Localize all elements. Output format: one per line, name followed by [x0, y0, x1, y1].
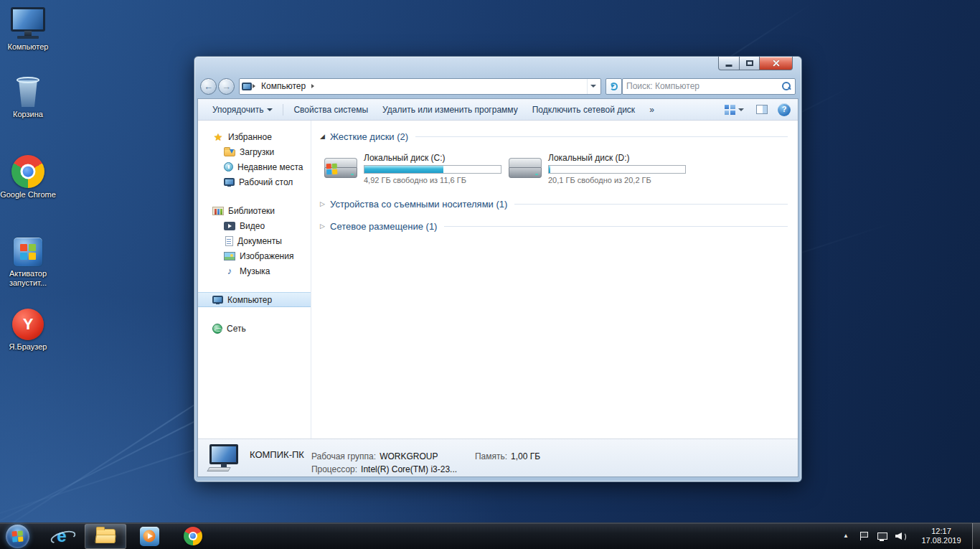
- volume-icon[interactable]: [895, 530, 908, 542]
- chrome-icon: [184, 527, 202, 545]
- address-dropdown-button[interactable]: [587, 79, 598, 94]
- expand-arrow-icon[interactable]: ▷: [320, 201, 330, 207]
- minimize-icon: [726, 65, 732, 67]
- chrome-icon: [0, 152, 56, 188]
- breadcrumb-item[interactable]: Компьютер: [256, 81, 311, 91]
- chevron-down-icon: [267, 108, 273, 111]
- group-label: Сетевое размещение (1): [330, 221, 437, 232]
- back-arrow-icon: ←: [204, 82, 213, 91]
- desktop-icon-label: Компьютер: [0, 42, 56, 52]
- memory-value: 1,00 ГБ: [511, 451, 540, 461]
- computer-icon: [0, 4, 56, 40]
- system-properties-button[interactable]: Свойства системы: [286, 102, 375, 118]
- sidebar-item-label: Сеть: [227, 324, 246, 334]
- sidebar-item-videos[interactable]: Видео: [198, 218, 311, 233]
- map-network-drive-button[interactable]: Подключить сетевой диск: [525, 102, 642, 118]
- taskbar-item-explorer[interactable]: [85, 524, 126, 549]
- sidebar-item-label: Недавние места: [237, 162, 303, 172]
- refresh-button[interactable]: [606, 78, 622, 95]
- chevron-down-icon: [590, 85, 596, 88]
- pictures-icon: [224, 252, 235, 261]
- forward-arrow-icon: →: [222, 82, 231, 91]
- expand-arrow-icon[interactable]: ▷: [320, 223, 330, 230]
- sidebar-item-network[interactable]: Сеть: [198, 321, 311, 336]
- organize-label: Упорядочить: [212, 105, 263, 115]
- sidebar-item-favorites[interactable]: ★ Избранное: [198, 129, 311, 144]
- close-button[interactable]: [760, 57, 793, 70]
- drive-item-c[interactable]: Локальный диск (C:) 4,92 ГБ свободно из …: [324, 153, 509, 184]
- sidebar-item-documents[interactable]: Документы: [198, 233, 311, 248]
- help-button[interactable]: ?: [778, 103, 791, 116]
- sidebar-item-computer[interactable]: Компьютер: [198, 292, 311, 307]
- taskbar-clock[interactable]: 12:17 17.08.2019: [915, 527, 968, 545]
- show-hidden-icons-button[interactable]: ▲: [837, 533, 854, 539]
- taskbar-item-media-player[interactable]: [128, 524, 170, 549]
- taskbar-item-chrome[interactable]: [172, 524, 214, 549]
- sidebar-item-pictures[interactable]: Изображения: [198, 248, 311, 263]
- memory-label: Память:: [475, 451, 507, 461]
- windows-flag-icon: [326, 164, 338, 175]
- action-center-flag-icon[interactable]: [857, 530, 870, 542]
- libraries-icon: [212, 207, 224, 215]
- desktop-icon-activator[interactable]: Активатор запустит...: [0, 231, 56, 288]
- workgroup-label: Рабочая группа:: [311, 451, 376, 461]
- minimize-button[interactable]: [718, 57, 740, 70]
- drive-item-d[interactable]: Локальный диск (D:) 20,1 ГБ свободно из …: [509, 153, 693, 184]
- desktop-icon: [224, 178, 235, 186]
- downloads-icon: [224, 149, 235, 156]
- drive-name: Локальный диск (C:): [364, 153, 501, 165]
- uninstall-program-label: Удалить или изменить программу: [382, 105, 518, 115]
- toolbar-overflow-button[interactable]: »: [642, 102, 661, 118]
- capacity-bar-fill: [549, 166, 550, 173]
- main-area: ★ Избранное Загрузки Недавние места Рабо…: [198, 121, 798, 438]
- sidebar-item-desktop[interactable]: Рабочий стол: [198, 174, 311, 189]
- drive-free-space: 4,92 ГБ свободно из 11,6 ГБ: [364, 176, 501, 184]
- organize-button[interactable]: Упорядочить: [205, 102, 280, 118]
- recycle-bin-icon: [0, 72, 56, 108]
- command-toolbar: Упорядочить Свойства системы Удалить или…: [198, 99, 798, 121]
- network-status-icon[interactable]: [876, 530, 889, 542]
- sidebar-item-music[interactable]: ♪ Музыка: [198, 263, 311, 278]
- collapse-arrow-icon[interactable]: ◢: [320, 133, 330, 140]
- sidebar-item-label: Музыка: [240, 266, 270, 276]
- processor-value: Intel(R) Core(TM) i3-23...: [361, 464, 457, 474]
- taskbar-item-internet-explorer[interactable]: e: [41, 524, 83, 549]
- views-button[interactable]: [721, 103, 748, 117]
- group-header-hard-disks[interactable]: ◢ Жесткие диски (2): [320, 129, 788, 144]
- preview-pane-icon: [756, 105, 768, 114]
- title-bar[interactable]: [197, 57, 798, 77]
- group-header-network-location[interactable]: ▷ Сетевое размещение (1): [320, 219, 788, 233]
- show-desktop-button[interactable]: [972, 523, 980, 549]
- search-icon[interactable]: [782, 82, 791, 91]
- sidebar-item-libraries[interactable]: Библиотеки: [198, 203, 311, 218]
- maximize-button[interactable]: [740, 57, 760, 70]
- desktop-icon-recycle-bin[interactable]: Корзина: [0, 72, 56, 119]
- group-header-removable-devices[interactable]: ▷ Устройства со съемными носителями (1): [320, 197, 788, 211]
- hard-drive-icon: [509, 158, 542, 179]
- uninstall-program-button[interactable]: Удалить или изменить программу: [375, 102, 525, 118]
- internet-explorer-icon: e: [52, 526, 72, 546]
- desktop-icon-computer[interactable]: Компьютер: [0, 4, 56, 52]
- group-label: Жесткие диски (2): [330, 131, 408, 142]
- processor-label: Процессор:: [311, 464, 357, 474]
- map-network-drive-label: Подключить сетевой диск: [532, 105, 635, 115]
- sidebar-item-downloads[interactable]: Загрузки: [198, 144, 311, 159]
- preview-pane-button[interactable]: [753, 103, 771, 117]
- network-icon: [212, 324, 222, 334]
- address-bar[interactable]: Компьютер: [239, 78, 601, 95]
- sidebar-item-recent-places[interactable]: Недавние места: [198, 159, 311, 174]
- music-note-icon: ♪: [224, 266, 235, 276]
- desktop-icon-yandex-browser[interactable]: Y Я.Браузер: [0, 304, 56, 352]
- hard-drive-icon: [324, 158, 357, 179]
- videos-icon: [224, 222, 235, 230]
- desktop-icon-google-chrome[interactable]: Google Chrome: [0, 152, 56, 200]
- desktop: { "glyphs": { "star": "★", "music_note":…: [0, 0, 980, 549]
- start-button[interactable]: [6, 525, 29, 548]
- forward-button[interactable]: →: [218, 78, 235, 95]
- system-tray: ▲ 12:17 17.08.2019: [837, 523, 980, 549]
- back-button[interactable]: ←: [200, 78, 217, 95]
- breadcrumb-separator-icon: [311, 84, 314, 88]
- refresh-icon: [610, 83, 618, 90]
- search-input[interactable]: [626, 81, 782, 91]
- yandex-browser-icon: Y: [0, 304, 56, 340]
